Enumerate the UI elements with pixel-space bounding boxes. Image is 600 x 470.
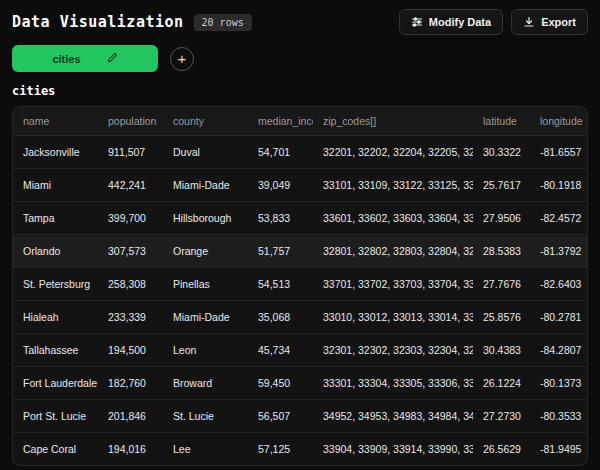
tab-cities[interactable]: cities bbox=[12, 45, 158, 72]
table-cell: 442,241 bbox=[98, 169, 163, 202]
table-cell: 34952, 34953, 34983, 34984, 34985 bbox=[313, 400, 473, 433]
table-cell: -80.3533 bbox=[530, 400, 587, 433]
table-cell: 25.8576 bbox=[473, 301, 530, 334]
table-cell: 33101, 33109, 33122, 33125, 33126 bbox=[313, 169, 473, 202]
tabs-row: cities + bbox=[0, 41, 600, 82]
table-row[interactable]: Tampa399,700Hillsborough53,83333601, 336… bbox=[13, 202, 587, 235]
table-cell: Cape Coral bbox=[13, 433, 98, 466]
table-cell: Fort Lauderdale bbox=[13, 367, 98, 400]
table-cell: 45,734 bbox=[248, 334, 313, 367]
table-row[interactable]: Cape Coral194,016Lee57,12533904, 33909, … bbox=[13, 433, 587, 466]
table-cell: 32801, 32802, 32803, 32804, 32805 bbox=[313, 235, 473, 268]
table-cell: 33301, 33304, 33305, 33306, 33308 bbox=[313, 367, 473, 400]
table-cell: -82.6403 bbox=[530, 268, 587, 301]
export-label: Export bbox=[541, 16, 576, 28]
table-cell: 911,507 bbox=[98, 136, 163, 169]
table-cell: 39,049 bbox=[248, 169, 313, 202]
table-cell: Port St. Lucie bbox=[13, 400, 98, 433]
table-cell: 28.5383 bbox=[473, 235, 530, 268]
table-cell: -82.4572 bbox=[530, 202, 587, 235]
table-cell: 57,125 bbox=[248, 433, 313, 466]
table-row[interactable]: Orlando307,573Orange51,75732801, 32802, … bbox=[13, 235, 587, 268]
table-cell: Miami-Dade bbox=[163, 169, 248, 202]
table-cell: 194,500 bbox=[98, 334, 163, 367]
table-cell: Jacksonville bbox=[13, 136, 98, 169]
table-cell: 182,760 bbox=[98, 367, 163, 400]
table-cell: -81.3792 bbox=[530, 235, 587, 268]
table-cell: 33010, 33012, 33013, 33014, 33015 bbox=[313, 301, 473, 334]
table-cell: 26.5629 bbox=[473, 433, 530, 466]
sliders-icon bbox=[411, 16, 423, 28]
title-group: Data Visualization 20 rows bbox=[12, 13, 252, 31]
table-cell: 26.1224 bbox=[473, 367, 530, 400]
modify-data-button[interactable]: Modify Data bbox=[399, 9, 503, 35]
table-cell: Tampa bbox=[13, 202, 98, 235]
column-header: longitude bbox=[530, 107, 587, 136]
download-icon bbox=[523, 16, 535, 28]
table-cell: 27.2730 bbox=[473, 400, 530, 433]
table-cell: 35,068 bbox=[248, 301, 313, 334]
data-table: namepopulationcountymedian_incomezip_cod… bbox=[13, 107, 587, 465]
add-table-button[interactable]: + bbox=[170, 47, 194, 71]
table-cell: Hillsborough bbox=[163, 202, 248, 235]
table-cell: -84.2807 bbox=[530, 334, 587, 367]
table-cell: 233,339 bbox=[98, 301, 163, 334]
table-row[interactable]: Hialeah233,339Miami-Dade35,06833010, 330… bbox=[13, 301, 587, 334]
table-header-row: namepopulationcountymedian_incomezip_cod… bbox=[13, 107, 587, 136]
table-row[interactable]: Fort Lauderdale182,760Broward59,45033301… bbox=[13, 367, 587, 400]
table-cell: -81.9495 bbox=[530, 433, 587, 466]
table-cell: Tallahassee bbox=[13, 334, 98, 367]
table-cell: 399,700 bbox=[98, 202, 163, 235]
page-title: Data Visualization bbox=[12, 13, 184, 31]
column-header: median_income bbox=[248, 107, 313, 136]
table-cell: 27.9506 bbox=[473, 202, 530, 235]
edit-pencil-icon[interactable] bbox=[107, 52, 118, 65]
table-body: Jacksonville911,507Duval54,70132201, 322… bbox=[13, 136, 587, 466]
table-cell: Leon bbox=[163, 334, 248, 367]
table-cell: 32201, 32202, 32204, 32205, 32206 bbox=[313, 136, 473, 169]
table-cell: 54,513 bbox=[248, 268, 313, 301]
table-cell: 25.7617 bbox=[473, 169, 530, 202]
tab-cities-label: cities bbox=[52, 53, 80, 65]
table-cell: 32301, 32302, 32303, 32304, 32305 bbox=[313, 334, 473, 367]
table-row[interactable]: Tallahassee194,500Leon45,73432301, 32302… bbox=[13, 334, 587, 367]
table-cell: 56,507 bbox=[248, 400, 313, 433]
column-header: county bbox=[163, 107, 248, 136]
table-cell: Broward bbox=[163, 367, 248, 400]
table-cell: -80.1918 bbox=[530, 169, 587, 202]
table-cell: St. Petersburg bbox=[13, 268, 98, 301]
rows-count-badge: 20 rows bbox=[194, 14, 252, 31]
top-bar: Data Visualization 20 rows Modify Data E… bbox=[0, 0, 600, 41]
column-header: population bbox=[98, 107, 163, 136]
action-buttons: Modify Data Export bbox=[399, 9, 588, 35]
column-header: name bbox=[13, 107, 98, 136]
table-cell: 51,757 bbox=[248, 235, 313, 268]
table-cell: 33601, 33602, 33603, 33604, 33605 bbox=[313, 202, 473, 235]
table-cell: 258,308 bbox=[98, 268, 163, 301]
table-cell: 59,450 bbox=[248, 367, 313, 400]
table-cell: Lee bbox=[163, 433, 248, 466]
table-row[interactable]: Jacksonville911,507Duval54,70132201, 322… bbox=[13, 136, 587, 169]
table-cell: 30.3322 bbox=[473, 136, 530, 169]
column-header: zip_codes[] bbox=[313, 107, 473, 136]
table-cell: 30.4383 bbox=[473, 334, 530, 367]
table-cell: -81.6557 bbox=[530, 136, 587, 169]
export-button[interactable]: Export bbox=[511, 9, 588, 35]
table-cell: 194,016 bbox=[98, 433, 163, 466]
table-cell: Duval bbox=[163, 136, 248, 169]
table-cell: St. Lucie bbox=[163, 400, 248, 433]
data-table-container: namepopulationcountymedian_incomezip_cod… bbox=[12, 106, 588, 466]
table-cell: 201,846 bbox=[98, 400, 163, 433]
table-cell: Miami-Dade bbox=[163, 301, 248, 334]
table-cell: 54,701 bbox=[248, 136, 313, 169]
modify-data-label: Modify Data bbox=[429, 16, 491, 28]
table-footer: Showing 1 to 10 of 20 ‹ Previous 12 Next… bbox=[0, 466, 600, 470]
table-row[interactable]: Port St. Lucie201,846St. Lucie56,5073495… bbox=[13, 400, 587, 433]
table-cell: Hialeah bbox=[13, 301, 98, 334]
table-cell: 307,573 bbox=[98, 235, 163, 268]
table-row[interactable]: Miami442,241Miami-Dade39,04933101, 33109… bbox=[13, 169, 587, 202]
table-cell: 33701, 33702, 33703, 33704, 33705 bbox=[313, 268, 473, 301]
table-row[interactable]: St. Petersburg258,308Pinellas54,51333701… bbox=[13, 268, 587, 301]
table-cell: Orlando bbox=[13, 235, 98, 268]
column-header: latitude bbox=[473, 107, 530, 136]
